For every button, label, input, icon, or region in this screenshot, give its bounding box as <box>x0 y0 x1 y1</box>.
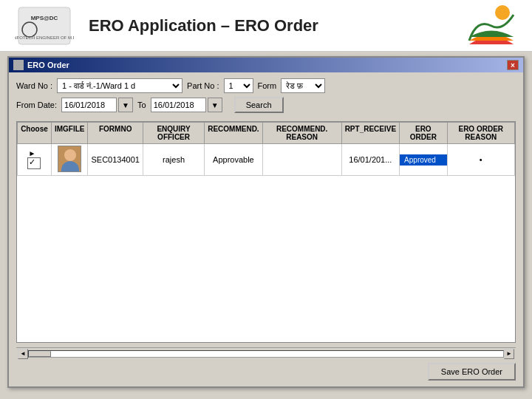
ero-order-table: Choose IMGFILE FORMNO ENQUIRY OFFICER RE… <box>17 122 515 176</box>
cell-rpt-receive: 16/01/201... <box>341 144 399 176</box>
cell-choose: ► <box>18 144 52 176</box>
form-area: Ward No : 1 - वार्ड नं.-1/Ward 1 d Part … <box>9 72 523 121</box>
cell-ero-order-reason: • <box>447 144 514 176</box>
window-titlebar: ERO Order × <box>9 58 523 72</box>
part-select[interactable]: 1 <box>224 78 253 93</box>
from-date-label: From Date: <box>16 100 57 109</box>
window-footer: Save ERO Order <box>9 359 523 386</box>
svg-text:MPS@DC: MPS@DC <box>31 15 58 21</box>
table-row[interactable]: ► SEC0134001 rajesh Approvable 16/01/201… <box>18 144 515 176</box>
ward-select[interactable]: 1 - वार्ड नं.-1/Ward 1 d <box>57 78 183 93</box>
col-ero-order-reason: ERO ORDER REASON <box>447 123 514 144</box>
window-icon <box>13 60 24 70</box>
ero-order-window: ERO Order × Ward No : 1 - वार्ड नं.-1/Wa… <box>7 56 525 388</box>
cell-enquiry-officer: rajesh <box>143 144 204 176</box>
row-checkbox[interactable] <box>27 157 41 169</box>
form-row-2: From Date: ▼ To ▼ Search <box>16 97 516 113</box>
col-recommend-reason: RECOMMEND. REASON <box>262 123 341 144</box>
scroll-left-button[interactable]: ◄ <box>18 349 28 359</box>
from-date-input[interactable] <box>61 98 117 112</box>
ero-order-status[interactable]: Approved <box>400 154 446 166</box>
page-title: ERO Application – ERO Order <box>89 16 466 35</box>
part-label: Part No : <box>187 81 219 90</box>
scroll-track[interactable] <box>28 350 504 358</box>
svg-text:INFOTECH ENGINEER OF M.P.: INFOTECH ENGINEER OF M.P. <box>15 35 74 40</box>
cell-formno: SEC0134001 <box>88 144 143 176</box>
from-date-calendar-button[interactable]: ▼ <box>118 98 133 112</box>
window-wrapper: ERO Order × Ward No : 1 - वार्ड नं.-1/Wa… <box>0 52 532 392</box>
form-row-1: Ward No : 1 - वार्ड नं.-1/Ward 1 d Part … <box>16 78 516 93</box>
horizontal-scrollbar[interactable]: ◄ ► <box>16 347 516 359</box>
from-date-wrap: ▼ <box>61 98 133 112</box>
col-recommend: RECOMMEND. <box>205 123 262 144</box>
col-formno: FORMNO <box>88 123 143 144</box>
cell-recommend-reason <box>262 144 341 176</box>
scroll-right-button[interactable]: ► <box>504 349 514 359</box>
ward-label: Ward No : <box>16 81 52 90</box>
col-enquiry-officer: ENQUIRY OFFICER <box>143 123 204 144</box>
save-ero-order-button[interactable]: Save ERO Order <box>428 363 516 381</box>
to-label: To <box>137 100 146 109</box>
to-date-input[interactable] <box>151 98 206 112</box>
left-logo: MPS@DC INFOTECH ENGINEER OF M.P. <box>15 4 74 48</box>
form-label: Form <box>258 81 277 90</box>
cell-recommend: Approvable <box>205 144 262 176</box>
to-date-wrap: ▼ <box>151 98 222 112</box>
applicant-photo <box>58 146 81 172</box>
col-imgfile: IMGFILE <box>51 123 88 144</box>
app-header: MPS@DC INFOTECH ENGINEER OF M.P. ERO App… <box>0 0 532 52</box>
col-rpt-receive: RPT_RECEIVE <box>341 123 399 144</box>
to-date-calendar-button[interactable]: ▼ <box>208 98 222 112</box>
scroll-thumb[interactable] <box>29 351 51 357</box>
titlebar-left: ERO Order <box>13 60 69 70</box>
col-choose: Choose <box>18 123 52 144</box>
cell-ero-order[interactable]: Approved <box>400 144 447 176</box>
window-title: ERO Order <box>27 61 69 69</box>
right-logo <box>466 4 517 48</box>
window-close-button[interactable]: × <box>507 60 519 70</box>
svg-point-4 <box>495 5 510 20</box>
data-table-wrapper: Choose IMGFILE FORMNO ENQUIRY OFFICER RE… <box>16 121 516 343</box>
cell-imgfile <box>51 144 88 176</box>
form-type-select[interactable]: रेड फ़ <box>281 78 325 93</box>
search-button[interactable]: Search <box>234 97 284 113</box>
row-arrow-icon: ► <box>28 149 35 157</box>
col-ero-order: ERO ORDER <box>400 123 447 144</box>
